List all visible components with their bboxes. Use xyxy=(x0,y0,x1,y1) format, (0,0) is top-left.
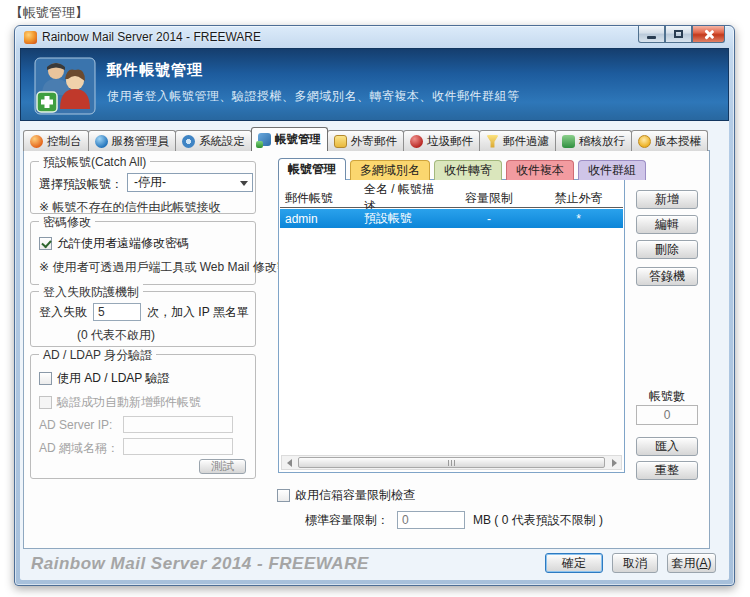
quota-limit-suffix: MB ( 0 代表預設不限制 ) xyxy=(473,512,603,529)
use-ad-ldap-label: 使用 AD / LDAP 驗證 xyxy=(57,370,169,387)
account-management-icon xyxy=(258,133,271,146)
auto-add-account-label: 驗證成功自動新增郵件帳號 xyxy=(57,394,201,411)
cancel-button[interactable]: 取消 xyxy=(612,553,658,573)
password-note: ※ 使用者可透過用戶端工具或 Web Mail 修改密碼 xyxy=(39,259,301,276)
tab-spam-mail[interactable]: 垃圾郵件 xyxy=(403,130,480,151)
tab-label: 外寄郵件 xyxy=(351,134,397,149)
ad-domain-input[interactable] xyxy=(123,438,233,455)
window-title: Rainbow Mail Server 2014 - FREEWARE xyxy=(42,30,261,44)
login-fail-suffix: 次，加入 IP 黑名單 xyxy=(147,304,249,321)
app-window: Rainbow Mail Server 2014 - FREEWARE xyxy=(14,25,735,586)
delete-button[interactable]: 刪除 xyxy=(636,240,698,259)
enable-quota-check-checkbox[interactable] xyxy=(277,489,290,502)
group-catch-all-legend: 預設帳號(Catch All) xyxy=(39,154,150,171)
chevron-down-icon xyxy=(240,181,248,186)
tab-mail-filter[interactable]: 郵件過濾 xyxy=(479,130,556,151)
account-list-panel: 郵件帳號 全名 / 帳號描述 容量限制 禁止外寄 admin 預設帳號 - * xyxy=(278,179,625,473)
spam-mail-icon xyxy=(410,135,423,148)
ad-server-ip-input[interactable] xyxy=(123,416,233,433)
subtab-incoming-group[interactable]: 收件群組 xyxy=(578,160,646,180)
column-header-no-outgoing[interactable]: 禁止外寄 xyxy=(534,189,623,207)
allow-remote-password-checkbox[interactable] xyxy=(39,237,52,250)
table-header-row: 郵件帳號 全名 / 帳號描述 容量限制 禁止外寄 xyxy=(280,189,623,208)
test-button[interactable]: 測試 xyxy=(199,459,246,474)
subtab-incoming-copy[interactable]: 收件複本 xyxy=(506,160,574,180)
tab-account-management[interactable]: 帳號管理 xyxy=(251,127,328,151)
quota-limit-label: 標準容量限制： xyxy=(305,512,389,529)
table-row[interactable]: admin 預設帳號 - * xyxy=(280,209,623,228)
page-caption: 【帳號管理】 xyxy=(10,4,88,22)
default-account-select[interactable]: -停用- xyxy=(127,173,253,192)
close-button[interactable] xyxy=(692,26,725,43)
login-fail-count-input[interactable] xyxy=(93,303,141,321)
tab-audit-release[interactable]: 稽核放行 xyxy=(555,130,632,151)
tab-outgoing-mail[interactable]: 外寄郵件 xyxy=(327,130,404,151)
column-header-quota[interactable]: 容量限制 xyxy=(444,189,534,207)
console-icon xyxy=(30,135,43,148)
rebuild-button[interactable]: 重整 xyxy=(636,461,698,480)
tab-label: 版本授權 xyxy=(655,134,701,149)
tab-license[interactable]: 版本授權 xyxy=(631,130,708,151)
group-password-legend: 密碼修改 xyxy=(39,214,95,231)
column-header-fullname[interactable]: 全名 / 帳號描述 xyxy=(360,189,444,207)
login-fail-note: (0 代表不啟用) xyxy=(77,327,155,344)
header-banner: 郵件帳號管理 使用者登入帳號管理、驗證授權、多網域別名、轉寄複本、收件郵件群組等 xyxy=(20,48,729,121)
apply-button[interactable]: 套用(A) xyxy=(667,553,716,573)
license-icon xyxy=(638,135,651,148)
tab-label: 控制台 xyxy=(47,134,82,149)
apply-label-suffix: ) xyxy=(708,556,712,570)
audit-release-icon xyxy=(562,135,575,148)
apply-label-prefix: 套用( xyxy=(671,555,699,572)
ok-button[interactable]: 確定 xyxy=(545,553,603,573)
app-flame-icon xyxy=(24,31,37,44)
subtab-account-management[interactable]: 帳號管理 xyxy=(278,158,346,180)
group-login-fail-legend: 登入失敗防護機制 xyxy=(39,284,143,301)
ad-server-ip-label: AD Server IP: xyxy=(39,418,112,432)
window-controls xyxy=(638,26,725,43)
tab-label: 郵件過濾 xyxy=(503,134,549,149)
banner-subtitle: 使用者登入帳號管理、驗證授權、多網域別名、轉寄複本、收件郵件群組等 xyxy=(107,88,520,105)
subtab-multi-domain-alias[interactable]: 多網域別名 xyxy=(350,160,430,180)
cell-account: admin xyxy=(280,209,360,228)
window-body: 控制台 服務管理員 系統設定 帳號管理 外寄郵件 xyxy=(20,121,729,580)
import-button[interactable]: 匯入 xyxy=(636,437,698,456)
group-ad-ldap-legend: AD / LDAP 身分驗證 xyxy=(39,347,156,364)
scroll-right-arrow-icon[interactable] xyxy=(607,456,621,469)
minimize-button[interactable] xyxy=(638,26,665,43)
account-count-value xyxy=(636,405,698,425)
use-ad-ldap-checkbox[interactable] xyxy=(39,372,52,385)
group-password: 密碼修改 允許使用者遠端修改密碼 ※ 使用者可透過用戶端工具或 Web Mail… xyxy=(30,221,256,285)
scrollbar-thumb[interactable] xyxy=(298,457,605,468)
tab-console[interactable]: 控制台 xyxy=(23,130,89,151)
cell-no-outgoing: * xyxy=(534,209,623,228)
horizontal-scrollbar[interactable] xyxy=(281,455,622,470)
maximize-button[interactable] xyxy=(665,26,692,43)
tab-label: 帳號管理 xyxy=(275,132,321,147)
auto-add-account-checkbox[interactable] xyxy=(39,396,52,409)
tab-label: 垃圾郵件 xyxy=(427,134,473,149)
edit-button[interactable]: 編輯 xyxy=(636,215,698,234)
subtab-incoming-forward[interactable]: 收件轉寄 xyxy=(434,160,502,180)
ad-domain-label: AD 網域名稱： xyxy=(39,440,119,457)
answering-machine-button[interactable]: 答錄機 xyxy=(636,267,698,286)
add-button[interactable]: 新增 xyxy=(636,190,698,209)
column-header-account[interactable]: 郵件帳號 xyxy=(280,189,360,207)
tabpage-account-management: 預設帳號(Catch All) 選擇預設帳號： -停用- ※ 帳號不存在的信件由… xyxy=(23,150,710,549)
tab-system-settings[interactable]: 系統設定 xyxy=(175,130,252,151)
window-titlebar: Rainbow Mail Server 2014 - FREEWARE xyxy=(15,26,734,48)
tab-service-manager[interactable]: 服務管理員 xyxy=(88,130,177,151)
cell-quota: - xyxy=(444,209,534,228)
account-count-label: 帳號數 xyxy=(636,388,698,405)
account-subtabs: 帳號管理 多網域別名 收件轉寄 收件複本 收件群組 xyxy=(278,158,646,180)
scroll-left-arrow-icon[interactable] xyxy=(282,456,296,469)
mail-filter-icon xyxy=(486,135,499,148)
default-account-label: 選擇預設帳號： xyxy=(39,176,123,193)
maximize-icon xyxy=(674,30,683,38)
group-ad-ldap: AD / LDAP 身分驗證 使用 AD / LDAP 驗證 驗證成功自動新增郵… xyxy=(30,354,256,479)
quota-limit-input[interactable] xyxy=(397,511,465,529)
tab-label: 服務管理員 xyxy=(112,134,170,149)
tab-label: 系統設定 xyxy=(199,134,245,149)
mail-accounts-people-icon xyxy=(34,57,96,115)
default-account-select-value: -停用- xyxy=(134,174,166,191)
footer-brand: Rainbow Mail Server 2014 - FREEWARE xyxy=(31,554,369,574)
